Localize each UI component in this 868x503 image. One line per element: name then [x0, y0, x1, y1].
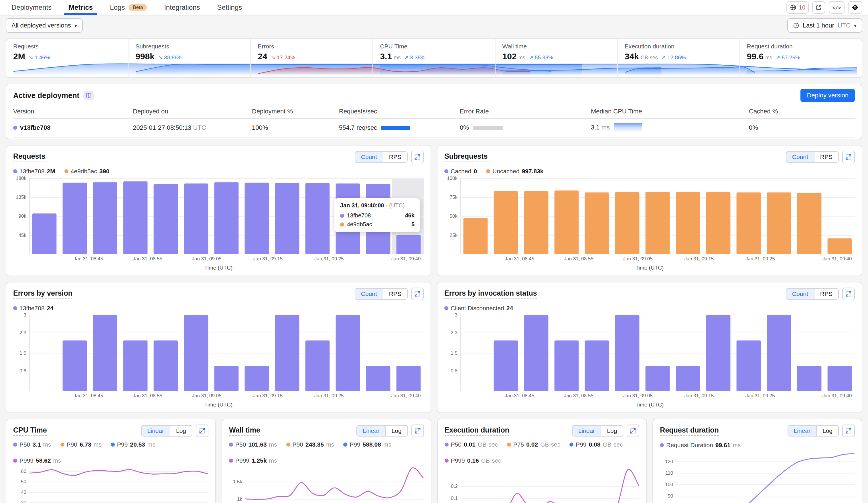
x-axis-labels: Jan 31, 08:45Jan 31, 08:55Jan 31, 09:05J…	[29, 254, 424, 262]
toggle-count[interactable]: Count	[355, 152, 383, 162]
docs-pill[interactable]	[83, 91, 94, 100]
stat-wall-time[interactable]: Wall time102ms↗ 55.38%	[495, 39, 617, 77]
tooltip-series-name: 13fbe708	[347, 212, 371, 219]
toggle-count[interactable]: Count	[786, 289, 814, 299]
toggle-linear[interactable]: Linear	[788, 426, 816, 436]
col-deployment-pct: Deployment %	[252, 108, 339, 115]
stat-errors[interactable]: Errors24↘ 17.24%	[250, 39, 372, 77]
y-axis: 32.31.50.8	[13, 314, 29, 391]
quick-edit-button[interactable]	[848, 1, 862, 14]
count-rps-toggle: CountRPS	[786, 288, 839, 300]
tab-deployments[interactable]: Deployments	[10, 0, 53, 15]
expand-chart-button[interactable]	[842, 151, 855, 163]
request-duration-plot[interactable]	[676, 451, 855, 503]
toggle-log[interactable]: Log	[170, 426, 192, 436]
toggle-rps[interactable]: RPS	[814, 152, 838, 162]
stat-cpu-time[interactable]: CPU Time3.1ms↗ 3.38%	[372, 39, 495, 77]
toggle-linear[interactable]: Linear	[572, 426, 601, 436]
open-external-button[interactable]	[812, 1, 825, 14]
deploy-version-button[interactable]: Deploy version	[800, 89, 855, 102]
subrequests-plot[interactable]	[460, 178, 855, 254]
y-tick-label: 40	[21, 490, 26, 495]
wall-time-plot[interactable]	[245, 466, 424, 503]
chart-legend: Request Duration99.61ms	[660, 441, 855, 449]
legend-item[interactable]: Request Duration99.61ms	[660, 442, 741, 449]
x-axis-title: Time (UTC)	[13, 265, 424, 271]
toggle-count[interactable]: Count	[786, 152, 814, 162]
legend-item[interactable]: P990.08GB-sec	[569, 441, 623, 448]
y-tick-label: 1.5k	[233, 479, 242, 485]
toggle-log[interactable]: Log	[601, 426, 623, 436]
stat-execution-duration[interactable]: Execution duration34kGB-sec↗ 12.86%	[617, 39, 740, 77]
execution-duration-plot[interactable]	[461, 466, 640, 503]
expand-chart-button[interactable]	[627, 424, 639, 437]
tab-integrations[interactable]: Integrations	[163, 0, 201, 15]
stat-requests[interactable]: Requests2M↘ 1.46%	[6, 39, 128, 77]
legend-item[interactable]: P50101.63ms	[229, 441, 277, 448]
cpu-time-plot[interactable]	[29, 466, 208, 503]
legend-item[interactable]: P99958.62ms	[13, 457, 61, 464]
toggle-rps[interactable]: RPS	[383, 152, 407, 162]
deployed-on-value[interactable]: 2025-01-27 08:50:13 UTC	[133, 124, 206, 132]
legend-item[interactable]: Cached0	[444, 168, 477, 175]
y-tick-label: 135k	[16, 194, 26, 200]
stat-value: 34k	[625, 52, 639, 61]
y-axis: 1.5k1k500	[229, 466, 245, 503]
instances-button[interactable]: 10	[786, 1, 809, 14]
expand-chart-button[interactable]	[196, 424, 208, 437]
legend-item[interactable]: P9991.25kms	[229, 457, 277, 464]
metrics-dashboard: Deployments Metrics LogsBeta Integration…	[0, 0, 868, 503]
code-editor-button[interactable]	[829, 1, 845, 14]
y-tick-label: 0.8	[451, 368, 457, 374]
stat-trend: ↘ 17.24%	[271, 54, 296, 61]
toggle-rps[interactable]: RPS	[383, 289, 407, 299]
toggle-count[interactable]: Count	[355, 289, 383, 299]
expand-chart-button[interactable]	[411, 151, 424, 163]
tab-logs[interactable]: LogsBeta	[109, 0, 148, 15]
stat-subrequests[interactable]: Subrequests998k↘ 38.88%	[128, 39, 250, 77]
stat-request-duration[interactable]: Request duration99.6ms↗ 57.26%	[740, 39, 862, 77]
x-tick-label: Jan 31, 09:05	[192, 393, 221, 399]
legend-item[interactable]: 4e9db5ac390	[64, 168, 109, 175]
expand-chart-button[interactable]	[842, 424, 855, 437]
legend-item[interactable]: P750.02GB-sec	[507, 441, 560, 448]
legend-item[interactable]: P99588.08ms	[343, 441, 391, 448]
chart-card-request-duration: Request durationLinearLogRequest Duratio…	[652, 419, 862, 503]
legend-item[interactable]: Uncached997.83k	[486, 168, 543, 175]
legend-item[interactable]: P9990.16GB-sec	[445, 457, 501, 464]
legend-item[interactable]: 13fbe7082M	[13, 168, 55, 175]
toggle-rps[interactable]: RPS	[814, 289, 838, 299]
toggle-linear[interactable]: Linear	[142, 426, 170, 436]
expand-chart-button[interactable]	[842, 288, 855, 300]
stat-value-row: 2M↘ 1.46%	[13, 52, 122, 61]
legend-item[interactable]: P906.73ms	[60, 441, 102, 448]
y-tick-label: 50k	[450, 213, 457, 219]
tab-settings[interactable]: Settings	[216, 0, 243, 15]
toggle-linear[interactable]: Linear	[357, 426, 385, 436]
toggle-log[interactable]: Log	[816, 426, 838, 436]
legend-name: Request Duration	[666, 442, 713, 449]
legend-item[interactable]: P500.01GB-sec	[445, 441, 498, 448]
legend-item[interactable]: P9920.53ms	[111, 441, 155, 448]
version-link[interactable]: v13fbe708	[20, 124, 50, 132]
tooltip-series-dot	[340, 223, 344, 227]
toggle-log[interactable]: Log	[385, 426, 407, 436]
requests-plot[interactable]: Jan 31, 09:40:00 - (UTC)13fbe70846k4e9db…	[29, 178, 424, 254]
errors-by-status-plot[interactable]	[460, 314, 855, 391]
stat-value-row: 3.1ms↗ 3.38%	[380, 52, 489, 61]
versions-dropdown[interactable]: All deployed versions	[6, 18, 83, 33]
legend-item[interactable]: 13fbe70824	[13, 305, 53, 312]
legend-item[interactable]: Client Disconnected24	[444, 305, 513, 312]
expand-chart-button[interactable]	[411, 424, 424, 437]
stat-value-row: 99.6ms↗ 57.26%	[747, 52, 856, 61]
time-range-dropdown[interactable]: Last 1 hour UTC	[787, 18, 862, 33]
legend-unit: GB-sec	[603, 441, 623, 448]
legend-item[interactable]: P90243.35ms	[286, 441, 334, 448]
tab-metrics[interactable]: Metrics	[68, 0, 94, 15]
y-tick-label: 25k	[450, 233, 457, 238]
chart-legend: P503.1msP906.73msP9920.53msP99958.62ms	[13, 441, 208, 464]
col-median-cpu: Median CPU Time	[591, 108, 749, 115]
expand-chart-button[interactable]	[411, 288, 424, 300]
errors-by-version-plot[interactable]	[29, 314, 424, 391]
legend-item[interactable]: P503.1ms	[13, 441, 51, 448]
